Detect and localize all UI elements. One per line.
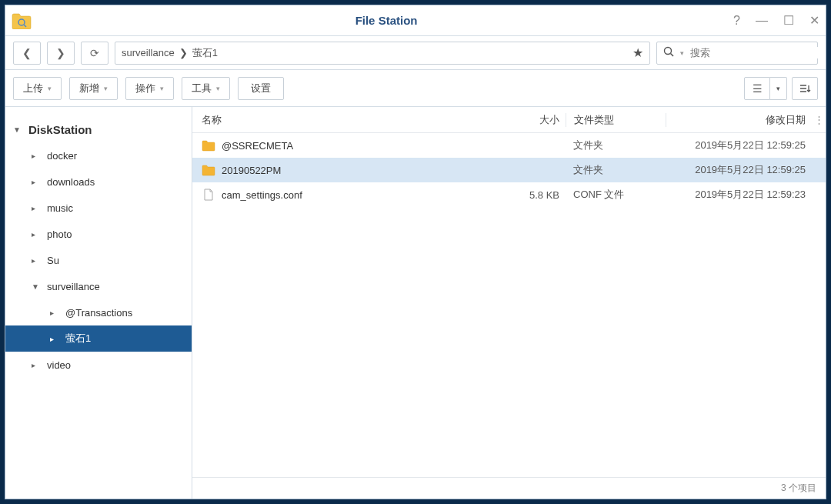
maximize-icon[interactable]: ☐	[783, 13, 794, 28]
file-name: cam_settings.conf	[222, 189, 512, 201]
file-icon	[202, 189, 215, 201]
forward-button[interactable]: ❯	[47, 42, 75, 65]
sidebar-item-music[interactable]: ▸music	[5, 195, 192, 221]
caret-icon: ▸	[50, 309, 61, 317]
navbar: ❮ ❯ ⟳ surveillance ❯ 萤石1 ★ ▾	[5, 36, 826, 70]
breadcrumb-segment[interactable]: surveillance	[122, 47, 175, 58]
caret-icon: ▸	[32, 256, 42, 265]
back-button[interactable]: ❮	[13, 42, 41, 65]
search-caret[interactable]: ▾	[680, 49, 684, 57]
col-date[interactable]: 修改日期	[666, 113, 812, 127]
content: ▼ DiskStation ▸docker▸downloads▸music▸ph…	[5, 107, 826, 499]
upload-button[interactable]: 上传▾	[13, 77, 62, 100]
caret-icon: ▸	[32, 152, 42, 160]
minimize-icon[interactable]: —	[756, 14, 768, 28]
file-date: 2019年5月22日 12:59:25	[666, 163, 812, 177]
file-date: 2019年5月22日 12:59:25	[666, 139, 812, 152]
file-type: 文件夹	[566, 139, 666, 152]
svg-point-2	[665, 48, 672, 55]
search-icon	[663, 46, 674, 59]
folder-icon	[202, 164, 215, 176]
help-icon[interactable]: ?	[733, 14, 740, 28]
column-headers: 名称 大小 文件类型 修改日期 ⋮	[192, 107, 826, 133]
col-more-icon[interactable]: ⋮	[812, 114, 826, 125]
tree-root[interactable]: ▼ DiskStation	[5, 116, 192, 142]
caret-icon: ▼	[32, 282, 42, 291]
svg-line-3	[671, 54, 674, 57]
search-box[interactable]: ▾	[656, 42, 818, 65]
sidebar-item-transactions[interactable]: ▸@Transactions	[5, 299, 192, 325]
sidebar-item-su[interactable]: ▸Su	[5, 247, 192, 273]
file-name: 20190522PM	[222, 165, 512, 176]
view-dropdown-button[interactable]: ▾	[770, 77, 787, 100]
file-row[interactable]: cam_settings.conf 5.8 KB CONF 文件 2019年5月…	[192, 182, 826, 207]
view-list-button[interactable]: ☰	[744, 77, 770, 100]
statusbar: 3 个项目	[192, 477, 826, 499]
refresh-button[interactable]: ⟳	[81, 42, 108, 65]
breadcrumb-segment[interactable]: 萤石1	[192, 46, 218, 60]
caret-down-icon: ▼	[13, 125, 24, 134]
file-name: @SSRECMETA	[222, 140, 512, 152]
sidebar-item-surveillance[interactable]: ▼surveillance	[5, 273, 192, 299]
file-row[interactable]: 20190522PM 文件夹 2019年5月22日 12:59:25	[192, 158, 826, 182]
col-size[interactable]: 大小	[512, 113, 566, 127]
caret-icon: ▸	[32, 230, 42, 239]
app-icon	[12, 12, 32, 29]
caret-icon: ▸	[32, 361, 42, 369]
sidebar-item-downloads[interactable]: ▸downloads	[5, 169, 192, 195]
caret-icon: ▸	[32, 178, 42, 186]
sidebar-item-video[interactable]: ▸video	[5, 352, 192, 378]
app-window: File Station ? — ☐ ✕ ❮ ❯ ⟳ surveillance …	[5, 5, 826, 499]
new-button[interactable]: 新增▾	[69, 77, 118, 100]
col-type[interactable]: 文件类型	[566, 113, 666, 127]
item-count: 3 个项目	[781, 482, 816, 495]
breadcrumb[interactable]: surveillance ❯ 萤石1 ★	[115, 42, 650, 65]
chevron-right-icon: ❯	[178, 47, 189, 58]
toolbar: 上传▾ 新增▾ 操作▾ 工具▾ 设置 ☰ ▾	[5, 70, 826, 107]
file-type: CONF 文件	[566, 188, 666, 202]
caret-icon: ▸	[32, 204, 42, 212]
app-title: File Station	[39, 14, 733, 27]
file-panel: 名称 大小 文件类型 修改日期 ⋮ @SSRECMETA 文件夹 2019年5月…	[192, 107, 826, 499]
action-button[interactable]: 操作▾	[125, 77, 174, 100]
sidebar-item-1[interactable]: ▸萤石1	[5, 325, 192, 352]
sidebar: ▼ DiskStation ▸docker▸downloads▸music▸ph…	[5, 107, 192, 499]
favorite-icon[interactable]: ★	[632, 45, 643, 60]
file-type: 文件夹	[566, 163, 666, 177]
search-input[interactable]	[690, 47, 819, 58]
caret-icon: ▸	[50, 335, 61, 343]
folder-icon	[202, 139, 215, 152]
tools-button[interactable]: 工具▾	[182, 77, 230, 100]
file-size: 5.8 KB	[512, 189, 566, 201]
close-icon[interactable]: ✕	[809, 13, 819, 28]
sidebar-item-docker[interactable]: ▸docker	[5, 142, 192, 169]
file-date: 2019年5月22日 12:59:23	[666, 188, 812, 202]
settings-button[interactable]: 设置	[238, 77, 284, 100]
file-list: @SSRECMETA 文件夹 2019年5月22日 12:59:25 20190…	[192, 133, 826, 477]
file-row[interactable]: @SSRECMETA 文件夹 2019年5月22日 12:59:25	[192, 133, 826, 158]
sort-button[interactable]	[792, 77, 818, 100]
sidebar-item-photo[interactable]: ▸photo	[5, 221, 192, 247]
titlebar: File Station ? — ☐ ✕	[5, 5, 826, 36]
col-name[interactable]: 名称	[202, 113, 512, 127]
